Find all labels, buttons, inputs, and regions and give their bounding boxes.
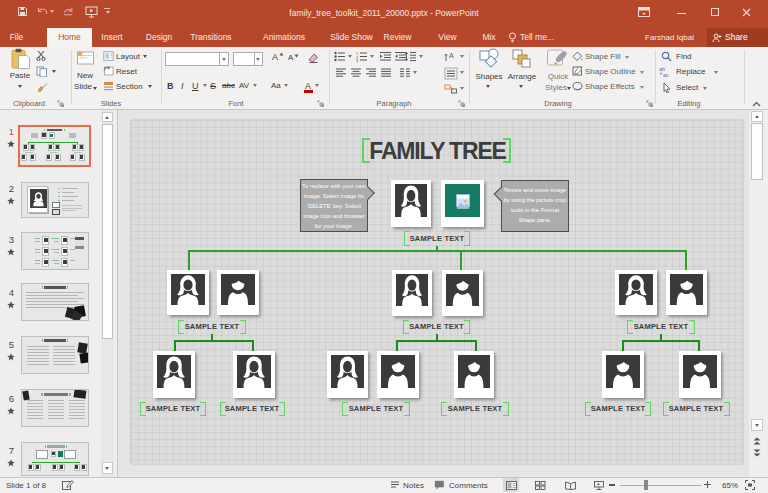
svg-text:3: 3 bbox=[356, 58, 359, 62]
svg-text:A: A bbox=[449, 52, 454, 59]
svg-text:ac: ac bbox=[663, 72, 669, 77]
